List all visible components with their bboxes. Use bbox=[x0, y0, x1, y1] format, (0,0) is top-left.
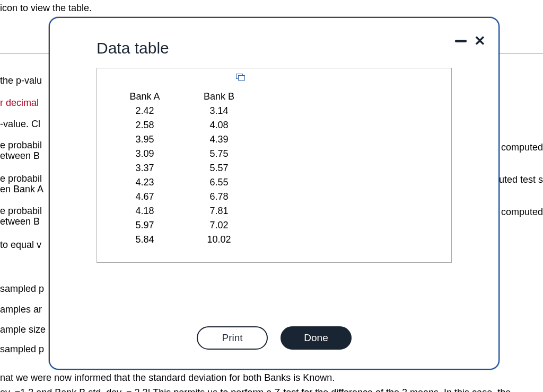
bg-text-fragment: ample size bbox=[0, 324, 46, 335]
table-cell: 4.08 bbox=[182, 118, 256, 132]
table-row: 3.095.75 bbox=[108, 147, 256, 161]
table-cell: 3.95 bbox=[108, 132, 182, 147]
bg-text-fragment: nat we were now informed that the standa… bbox=[0, 372, 335, 384]
table-cell: 7.81 bbox=[182, 204, 256, 218]
done-button[interactable]: Done bbox=[281, 326, 352, 350]
bg-text-fragment: e probabil bbox=[0, 206, 42, 217]
bg-text-fragment: ev. =1.3 and Bank B std. dev. = 2.3! Thi… bbox=[0, 387, 511, 392]
table-cell: 4.18 bbox=[108, 204, 182, 218]
table-row: 5.977.02 bbox=[108, 218, 256, 233]
dialog-header: Data table ✕ bbox=[50, 18, 498, 63]
table-frame: Bank A Bank B 2.423.142.584.083.954.393.… bbox=[97, 68, 452, 263]
data-table: Bank A Bank B 2.423.142.584.083.954.393.… bbox=[108, 90, 256, 247]
table-cell: 5.84 bbox=[108, 233, 182, 247]
table-row: 3.954.39 bbox=[108, 132, 256, 147]
bg-text-fragment: sampled p bbox=[0, 344, 44, 355]
table-header-row: Bank A Bank B bbox=[108, 90, 256, 104]
table-cell: 10.02 bbox=[182, 233, 256, 247]
table-cell: 3.09 bbox=[108, 147, 182, 161]
table-cell: 5.75 bbox=[182, 147, 256, 161]
table-cell: 5.57 bbox=[182, 161, 256, 175]
table-cell: 4.67 bbox=[108, 190, 182, 204]
table-cell: 2.58 bbox=[108, 118, 182, 132]
window-controls: ✕ bbox=[455, 34, 486, 48]
column-header: Bank A bbox=[108, 90, 182, 104]
bg-text-fragment: r decimal bbox=[0, 97, 39, 109]
bg-text-fragment: amples ar bbox=[0, 304, 42, 315]
column-header: Bank B bbox=[182, 90, 256, 104]
table-row: 2.584.08 bbox=[108, 118, 256, 132]
table-row: 3.375.57 bbox=[108, 161, 256, 175]
bg-text-fragment: e probabil bbox=[0, 140, 42, 151]
dialog-footer: Print Done bbox=[50, 310, 498, 369]
bg-text-fragment: etween B bbox=[0, 150, 40, 162]
dialog-body: Bank A Bank B 2.423.142.584.083.954.393.… bbox=[50, 63, 498, 310]
table-cell: 3.37 bbox=[108, 161, 182, 175]
table-row: 4.236.55 bbox=[108, 175, 256, 190]
table-row: 4.676.78 bbox=[108, 190, 256, 204]
table-cell: 6.78 bbox=[182, 190, 256, 204]
bg-text-fragment: etween B bbox=[0, 216, 40, 227]
bg-text-fragment: the p-valu bbox=[0, 75, 42, 86]
dialog-title: Data table bbox=[97, 39, 452, 57]
bg-text-fragment: icon to view the table. bbox=[0, 3, 92, 14]
table-cell: 4.39 bbox=[182, 132, 256, 147]
table-cell: 6.55 bbox=[182, 175, 256, 190]
print-button[interactable]: Print bbox=[197, 326, 268, 350]
minimize-icon[interactable] bbox=[455, 40, 467, 42]
table-cell: 2.42 bbox=[108, 104, 182, 118]
table-row: 5.8410.02 bbox=[108, 233, 256, 247]
table-cell: 3.14 bbox=[182, 104, 256, 118]
table-cell: 7.02 bbox=[182, 218, 256, 233]
bg-text-fragment: computed bbox=[501, 142, 543, 153]
bg-text-fragment: -value. Cl bbox=[0, 119, 40, 130]
table-cell: 4.23 bbox=[108, 175, 182, 190]
table-row: 2.423.14 bbox=[108, 104, 256, 118]
close-icon[interactable]: ✕ bbox=[474, 34, 486, 48]
table-row: 4.187.81 bbox=[108, 204, 256, 218]
bg-text-fragment: e probabil bbox=[0, 173, 42, 184]
bg-text-fragment: en Bank A bbox=[0, 184, 43, 195]
table-cell: 5.97 bbox=[108, 218, 182, 233]
bg-text-fragment: to equal v bbox=[0, 239, 41, 251]
bg-text-fragment: uted test s bbox=[499, 174, 543, 185]
popout-icon[interactable] bbox=[236, 74, 244, 80]
data-table-dialog: Data table ✕ Bank A Bank B 2.423.142.584… bbox=[49, 17, 500, 370]
bg-text-fragment: computed bbox=[501, 207, 543, 218]
bg-text-fragment: sampled p bbox=[0, 283, 44, 295]
